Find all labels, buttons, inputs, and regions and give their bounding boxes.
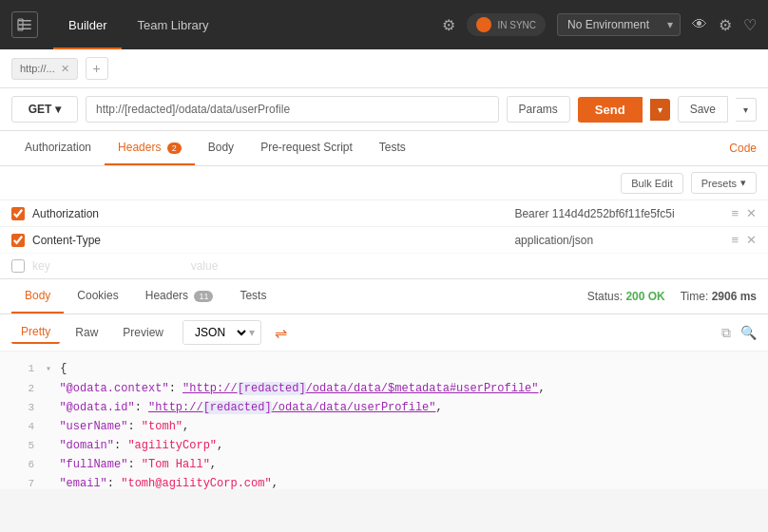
code-link[interactable]: Code bbox=[729, 142, 757, 155]
resp-tab-headers[interactable]: Headers 11 bbox=[132, 279, 227, 314]
svg-rect-0 bbox=[18, 20, 31, 22]
header-1-actions: ≡ ✕ bbox=[731, 206, 757, 220]
code-line-6: 6 "fullName": "Tom Hall", bbox=[0, 455, 768, 474]
response-tabs-bar: Body Cookies Headers 11 Tests Status: 20… bbox=[0, 279, 768, 314]
resp-headers-badge: 11 bbox=[194, 291, 213, 302]
bulk-edit-button[interactable]: Bulk Edit bbox=[621, 173, 682, 194]
top-nav: Builder Team Library ⚙ IN SYNC No Enviro… bbox=[0, 0, 768, 49]
presets-chevron-icon: ▾ bbox=[740, 177, 746, 189]
request-bar: GET ▾ Params Send ▾ Save ▾ bbox=[0, 88, 768, 131]
format-tab-pretty[interactable]: Pretty bbox=[11, 321, 60, 344]
sync-dot bbox=[476, 17, 491, 32]
header-2-delete-icon[interactable]: ✕ bbox=[746, 233, 757, 247]
format-select[interactable]: JSON XML HTML bbox=[183, 321, 249, 344]
header-1-delete-icon[interactable]: ✕ bbox=[746, 206, 757, 220]
response-status: Status: 200 OK Time: 2906 ms bbox=[587, 290, 757, 303]
nav-tab-team-library[interactable]: Team Library bbox=[122, 0, 223, 49]
sync-badge: IN SYNC bbox=[467, 13, 546, 36]
headers-badge: 2 bbox=[167, 142, 182, 154]
status-value: 200 OK bbox=[625, 290, 664, 303]
heart-icon[interactable]: ♡ bbox=[743, 16, 757, 34]
response-icons: ⧉ 🔍 bbox=[721, 325, 757, 341]
header-2-key: Content-Type bbox=[32, 234, 507, 247]
status-label: Status: 200 OK bbox=[587, 290, 665, 303]
header-new-checkbox[interactable] bbox=[11, 259, 25, 273]
active-tab-pill[interactable]: http://... ✕ bbox=[11, 58, 78, 80]
format-select-wrapper: JSON XML HTML ▾ bbox=[182, 320, 261, 345]
svg-rect-1 bbox=[18, 24, 31, 26]
format-tab-preview[interactable]: Preview bbox=[113, 322, 173, 343]
header-1-menu-icon[interactable]: ≡ bbox=[731, 206, 739, 220]
code-line-5: 5 "domain": "agilityCorp", bbox=[0, 436, 768, 455]
nav-tab-builder[interactable]: Builder bbox=[53, 0, 122, 49]
format-tab-raw[interactable]: Raw bbox=[66, 322, 107, 343]
resp-tab-tests[interactable]: Tests bbox=[226, 279, 279, 314]
env-wrapper: No Environment Development Production bbox=[557, 13, 681, 36]
word-wrap-icon[interactable]: ⇌ bbox=[275, 324, 287, 342]
response-format-bar: Pretty Raw Preview JSON XML HTML ▾ ⇌ ⧉ 🔍 bbox=[0, 314, 768, 352]
search-icon[interactable]: 🔍 bbox=[740, 325, 757, 341]
url-input[interactable] bbox=[86, 96, 499, 123]
collapse-arrow[interactable]: ▾ bbox=[46, 364, 51, 374]
resp-tab-body[interactable]: Body bbox=[11, 279, 64, 314]
code-line-1: 1 ▾ { bbox=[0, 359, 768, 379]
params-button[interactable]: Params bbox=[507, 96, 570, 123]
tab-body[interactable]: Body bbox=[195, 131, 247, 165]
header-1-checkbox[interactable] bbox=[11, 207, 25, 220]
code-line-4: 4 "userName": "tomh", bbox=[0, 417, 768, 436]
settings-icon[interactable]: ⚙ bbox=[442, 16, 455, 34]
header-2-checkbox[interactable] bbox=[11, 234, 25, 247]
header-1-value: Bearer 114d4d252bf6f11fe5fc5i bbox=[514, 207, 723, 220]
tab-tests[interactable]: Tests bbox=[366, 131, 419, 165]
header-2-value: application/json bbox=[514, 234, 723, 247]
code-line-3: 3 "@odata.id": "http://[redacted]/odata/… bbox=[0, 398, 768, 417]
request-tabs: Authorization Headers 2 Body Pre-request… bbox=[0, 131, 768, 166]
format-chevron-icon: ▾ bbox=[249, 326, 260, 339]
send-button[interactable]: Send bbox=[578, 97, 643, 123]
time-label: Time: 2906 ms bbox=[681, 290, 757, 303]
nav-right: ⚙ IN SYNC No Environment Development Pro… bbox=[442, 13, 757, 36]
add-tab-button[interactable]: + bbox=[86, 57, 108, 80]
header-placeholder-row: key value bbox=[0, 253, 768, 278]
svg-rect-2 bbox=[18, 28, 31, 30]
header-2-menu-icon[interactable]: ≡ bbox=[731, 233, 739, 247]
header-row: Authorization Bearer 114d4d252bf6f11fe5f… bbox=[0, 200, 768, 226]
header-2-actions: ≡ ✕ bbox=[731, 233, 757, 247]
code-area: 1 ▾ { 2 "@odata.context": "http://[redac… bbox=[0, 352, 768, 489]
save-dropdown-button[interactable]: ▾ bbox=[736, 98, 757, 122]
save-button[interactable]: Save bbox=[678, 96, 728, 123]
copy-icon[interactable]: ⧉ bbox=[721, 325, 731, 341]
method-chevron-icon: ▾ bbox=[55, 103, 61, 116]
header-key-placeholder: key bbox=[32, 259, 50, 273]
nav-tabs: Builder Team Library bbox=[53, 0, 434, 49]
tab-authorization[interactable]: Authorization bbox=[11, 131, 105, 165]
time-value: 2906 ms bbox=[712, 290, 757, 303]
code-line-7: 7 "email": "tomh@agilityCorp.com", bbox=[0, 474, 768, 489]
tab-pre-request-script[interactable]: Pre-request Script bbox=[247, 131, 366, 165]
presets-button[interactable]: Presets ▾ bbox=[691, 172, 757, 194]
eye-icon[interactable]: 👁 bbox=[692, 16, 707, 33]
headers-toolbar: Bulk Edit Presets ▾ bbox=[0, 166, 768, 200]
env-select[interactable]: No Environment Development Production bbox=[557, 13, 681, 36]
sidebar-toggle[interactable] bbox=[11, 11, 38, 38]
code-line-2: 2 "@odata.context": "http://[redacted]/o… bbox=[0, 379, 768, 398]
gear-icon[interactable]: ⚙ bbox=[719, 16, 732, 34]
header-1-key: Authorization bbox=[32, 207, 507, 220]
tab-headers[interactable]: Headers 2 bbox=[105, 131, 195, 165]
header-value-placeholder: value bbox=[191, 259, 219, 273]
send-dropdown-button[interactable]: ▾ bbox=[650, 99, 670, 121]
headers-section: Bulk Edit Presets ▾ Authorization Bearer… bbox=[0, 166, 768, 279]
resp-tab-cookies[interactable]: Cookies bbox=[64, 279, 131, 314]
tab-close-icon[interactable]: ✕ bbox=[61, 63, 69, 75]
header-row: Content-Type application/json ≡ ✕ bbox=[0, 226, 768, 253]
method-select[interactable]: GET ▾ bbox=[11, 96, 78, 123]
url-bar-area: http://... ✕ + bbox=[0, 49, 768, 88]
